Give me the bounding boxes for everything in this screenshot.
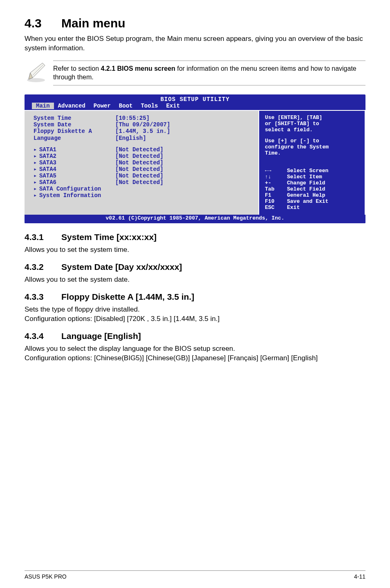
bios-row-language[interactable]: Language[English] [34, 135, 254, 141]
bios-menu-advanced[interactable]: Advanced [54, 103, 90, 109]
bios-row-sata3[interactable]: ▸SATA3[Not Detected] [34, 159, 254, 166]
bios-row-floppy[interactable]: Floppy Diskette A[1.44M, 3.5 in.] [34, 128, 254, 135]
pencil-note-icon [25, 61, 47, 83]
subsection-body: Configuration options: [Chinese(BIG5)] [… [25, 354, 365, 363]
intro-paragraph: When you enter the BIOS Setup program, t… [25, 34, 365, 53]
subsection-heading: 4.3.2System Date [Day xx/xx/xxxx] [25, 262, 365, 272]
bios-help-line: Use [+] or [-] to [265, 138, 361, 144]
bios-help-line: Time. [265, 150, 361, 157]
footer-page-number: 4-11 [354, 573, 365, 580]
bios-help-line: Use [ENTER], [TAB] [265, 115, 361, 121]
bios-help-line: or [SHIFT-TAB] to [265, 121, 361, 127]
bios-row-system-date[interactable]: System Date[Thu 09/20/2007] [34, 121, 254, 128]
bios-key-legend: ←→Select Screen ↑↓Select Item +-Change F… [265, 168, 361, 211]
bios-menu-bar: Main Advanced Power Boot Tools Exit [25, 103, 365, 110]
bios-title: BIOS SETUP UTILITY [25, 94, 365, 103]
bios-row-system-info[interactable]: ▸System Information [34, 192, 254, 199]
subsection-body: Configuration options: [Disabled] [720K … [25, 314, 365, 324]
subsection-body: Allows you to set the system time. [25, 245, 365, 255]
bios-help-pane: Use [ENTER], [TAB] or [SHIFT-TAB] to sel… [259, 110, 365, 215]
bios-menu-main[interactable]: Main [32, 103, 54, 109]
section-number: 4.3 [25, 16, 61, 30]
bios-menu-power[interactable]: Power [90, 103, 115, 109]
bios-menu-exit[interactable]: Exit [162, 103, 184, 109]
bios-main-pane: System Time[10:55:25] System Date[Thu 09… [25, 110, 259, 215]
bios-help-line: configure the System [265, 144, 361, 150]
bios-row-sata6[interactable]: ▸SATA6[Not Detected] [34, 179, 254, 186]
bios-row-sata5[interactable]: ▸SATA5[Not Detected] [34, 173, 254, 179]
subsection-body: Allows you to select the display languag… [25, 344, 365, 354]
bios-row-sata-config[interactable]: ▸SATA Configuration [34, 186, 254, 192]
bios-row-sata4[interactable]: ▸SATA4[Not Detected] [34, 166, 254, 173]
footer-product: ASUS P5K PRO [25, 573, 67, 580]
subsection-heading: 4.3.1System Time [xx:xx:xx] [25, 232, 365, 242]
bios-menu-tools[interactable]: Tools [137, 103, 162, 109]
bios-menu-boot[interactable]: Boot [115, 103, 137, 109]
subsection-heading: 4.3.3Floppy Diskette A [1.44M, 3.5 in.] [25, 292, 365, 302]
page-footer: ASUS P5K PRO 4-11 [25, 570, 365, 580]
subsection-heading: 4.3.4Language [English] [25, 331, 365, 341]
subsection-body: Allows you to set the system date. [25, 275, 365, 285]
bios-row-sata1[interactable]: ▸SATA1[Not Detected] [34, 146, 254, 153]
section-heading: 4.3Main menu [25, 16, 365, 30]
subsection-body: Sets the type of floppy drive installed. [25, 305, 365, 314]
note-callout: Refer to section 4.2.1 BIOS menu screen … [25, 61, 365, 85]
note-text: Refer to section 4.2.1 BIOS menu screen … [53, 64, 365, 82]
bios-help-line: select a field. [265, 127, 361, 133]
bios-screenshot: BIOS SETUP UTILITY Main Advanced Power B… [25, 94, 365, 223]
bios-copyright: v02.61 (C)Copyright 1985-2007, American … [25, 215, 365, 223]
bios-row-sata2[interactable]: ▸SATA2[Not Detected] [34, 153, 254, 159]
section-title-text: Main menu [61, 16, 126, 30]
bios-row-system-time[interactable]: System Time[10:55:25] [34, 115, 254, 121]
